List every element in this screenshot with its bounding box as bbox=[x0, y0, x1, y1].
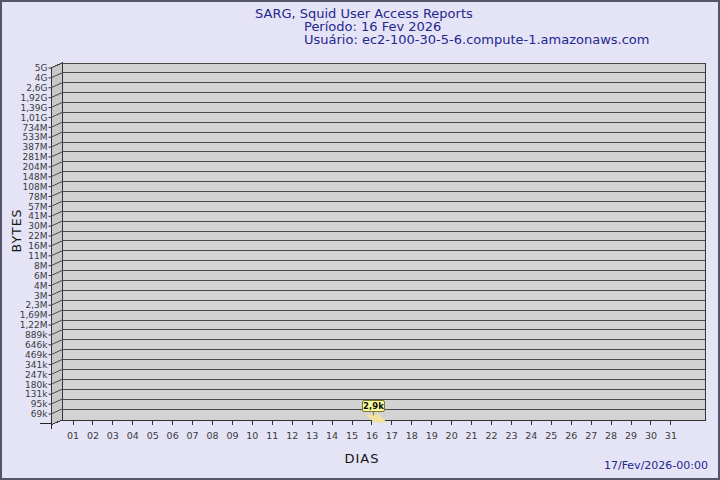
x-tick-label: 22 bbox=[485, 430, 497, 441]
y-tick-label: 22M bbox=[28, 231, 47, 241]
y-tick-label: 889k bbox=[25, 330, 48, 340]
sarg-report-page: SARG, Squid User Access Reports Período:… bbox=[0, 0, 720, 480]
y-tick-label: 108M bbox=[23, 182, 48, 192]
y-tick-label: 1,69M bbox=[20, 310, 48, 320]
y-tick-label: 131k bbox=[25, 389, 48, 399]
y-tick-label: 387M bbox=[23, 142, 48, 152]
x-tick-label: 14 bbox=[326, 430, 338, 441]
x-tick-label: 20 bbox=[446, 430, 458, 441]
x-tick-label: 30 bbox=[645, 430, 657, 441]
x-tick-label: 10 bbox=[246, 430, 258, 441]
x-tick-label: 29 bbox=[625, 430, 637, 441]
x-tick-label: 11 bbox=[266, 430, 278, 441]
y-tick-label: 734M bbox=[23, 123, 48, 133]
y-tick-label: 57M bbox=[28, 202, 47, 212]
x-tick-label: 19 bbox=[426, 430, 438, 441]
bytes-per-day-chart: 5G4G2,6G1,92G1,39G1,01G734M533M387M281M2… bbox=[2, 2, 720, 480]
x-tick-label: 18 bbox=[406, 430, 418, 441]
x-tick-label: 06 bbox=[167, 430, 179, 441]
x-tick-label: 15 bbox=[346, 430, 358, 441]
x-tick-label: 16 bbox=[366, 430, 378, 441]
x-tick-label: 24 bbox=[525, 430, 537, 441]
x-tick-label: 03 bbox=[107, 430, 119, 441]
x-tick-label: 02 bbox=[87, 430, 99, 441]
y-tick-label: 4M bbox=[34, 281, 48, 291]
plot-area bbox=[62, 63, 705, 420]
y-tick-label: 16M bbox=[28, 241, 47, 251]
x-tick-label: 04 bbox=[127, 430, 139, 441]
y-tick-label: 2,6G bbox=[26, 83, 47, 93]
y-tick-label: 469k bbox=[25, 350, 48, 360]
y-tick-label: 4G bbox=[35, 73, 48, 83]
y-tick-label: 11M bbox=[28, 251, 47, 261]
y-tick-label: 204M bbox=[23, 162, 48, 172]
y-tick-label: 41M bbox=[28, 211, 47, 221]
x-tick-label: 12 bbox=[286, 430, 298, 441]
x-tick-label: 01 bbox=[67, 430, 79, 441]
y-tick-label: 3M bbox=[34, 291, 48, 301]
x-tick-label: 27 bbox=[585, 430, 597, 441]
y-tick-label: 1,92G bbox=[20, 93, 47, 103]
y-tick-label: 69k bbox=[31, 409, 48, 419]
x-tick-label: 23 bbox=[505, 430, 517, 441]
y-tick-label: 6M bbox=[34, 271, 48, 281]
x-tick-label: 09 bbox=[226, 430, 238, 441]
x-axis-title: DIAS bbox=[312, 451, 412, 466]
y-tick-label: 1,22M bbox=[20, 320, 48, 330]
x-tick-label: 07 bbox=[187, 430, 199, 441]
y-tick-label: 5G bbox=[35, 63, 48, 73]
x-tick-label: 31 bbox=[665, 430, 677, 441]
x-tick-label: 08 bbox=[206, 430, 218, 441]
y-tick-label: 8M bbox=[34, 261, 48, 271]
x-tick-label: 13 bbox=[306, 430, 318, 441]
y-tick-label: 2,3M bbox=[25, 300, 47, 310]
x-tick-label: 25 bbox=[545, 430, 557, 441]
x-tick-label: 28 bbox=[605, 430, 617, 441]
x-tick-label: 05 bbox=[147, 430, 159, 441]
bar-value-label: 2,9k bbox=[363, 401, 384, 411]
y-tick-label: 281M bbox=[23, 152, 48, 162]
y-tick-label: 95k bbox=[31, 399, 48, 409]
x-tick-label: 17 bbox=[386, 430, 398, 441]
x-tick-label: 26 bbox=[565, 430, 577, 441]
y-tick-label: 247k bbox=[25, 370, 48, 380]
y-tick-label: 78M bbox=[28, 192, 47, 202]
y-tick-label: 180k bbox=[25, 380, 48, 390]
y-tick-label: 341k bbox=[25, 360, 48, 370]
y-tick-label: 533M bbox=[23, 132, 48, 142]
x-tick-label: 21 bbox=[466, 430, 478, 441]
y-tick-label: 1,39G bbox=[20, 103, 47, 113]
y-tick-label: 30M bbox=[28, 221, 47, 231]
report-generated-timestamp: 17/Fev/2026-00:00 bbox=[604, 459, 708, 472]
y-tick-label: 646k bbox=[25, 340, 48, 350]
y-tick-label: 1,01G bbox=[20, 113, 47, 123]
y-tick-label: 148M bbox=[23, 172, 48, 182]
